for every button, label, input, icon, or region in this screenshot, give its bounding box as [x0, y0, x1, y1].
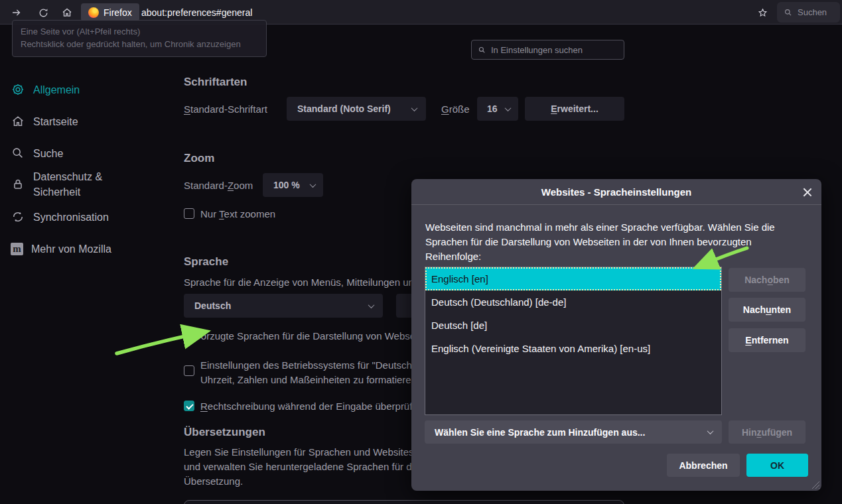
move-down-button[interactable]: Nach unten	[729, 298, 806, 322]
cancel-button[interactable]: Abbrechen	[667, 454, 740, 477]
default-font-select[interactable]: Standard (Noto Serif)	[287, 97, 426, 121]
sidebar-item-synchronisation[interactable]: Synchronisation	[0, 208, 166, 226]
website-language-settings-dialog: Websites - Spracheinstellungen Webseiten…	[411, 179, 821, 491]
identity-chip-label: Firefox	[104, 7, 132, 18]
translations-panel-partial	[184, 500, 624, 504]
dialog-title: Websites - Spracheinstellungen	[541, 186, 691, 198]
text-only-zoom-checkbox[interactable]	[184, 208, 194, 219]
sidebar-item-startseite[interactable]: Startseite	[0, 112, 166, 131]
settings-search-box[interactable]	[471, 40, 624, 60]
sidebar-item-suche[interactable]: Suche	[0, 144, 166, 162]
ui-language-value: Deutsch	[194, 300, 231, 311]
chevron-down-icon	[310, 181, 316, 188]
default-font-label: Standard-Schriftart	[184, 103, 267, 115]
fonts-advanced-button[interactable]: Erweitert...	[525, 97, 624, 121]
ui-language-select[interactable]: Deutsch	[184, 294, 383, 318]
tooltip-line-1: Eine Seite vor (Alt+Pfeil rechts)	[21, 25, 258, 38]
font-size-select[interactable]: 16	[477, 97, 518, 121]
toolbar-search-input[interactable]	[798, 7, 834, 17]
search-icon	[784, 8, 793, 17]
ok-button[interactable]: OK	[746, 454, 808, 477]
search-icon	[478, 46, 486, 54]
language-heading: Sprache	[184, 255, 228, 269]
spellcheck-label: Rechtschreibung während der Eingabe über…	[200, 401, 423, 412]
close-icon[interactable]	[802, 187, 813, 198]
reload-icon	[38, 7, 49, 19]
add-language-placeholder: Wählen Sie eine Sprache zum Hinzufügen a…	[435, 427, 645, 438]
lock-icon	[11, 177, 25, 192]
sidebar-item-allgemein[interactable]: Allgemein	[0, 80, 166, 99]
text-only-zoom-label: Nur Text zoomen	[200, 208, 275, 220]
toolbar-search-box[interactable]	[777, 2, 840, 23]
chevron-down-icon	[368, 302, 375, 308]
language-list[interactable]: Englisch [en]Deutsch (Deutschland) [de-d…	[425, 267, 722, 415]
dialog-resize-grip[interactable]	[811, 480, 819, 489]
chevron-down-icon	[707, 428, 714, 434]
tooltip-line-2: Rechtsklick oder gedrückt halten, um Chr…	[21, 38, 258, 50]
home-icon	[11, 114, 25, 129]
zoom-heading: Zoom	[184, 152, 214, 165]
translations-description: Legen Sie Einstellungen für Sprachen und…	[184, 445, 433, 489]
move-up-button[interactable]: Nach oben	[729, 268, 806, 292]
language-list-item[interactable]: Englisch [en]	[425, 267, 721, 290]
chevron-down-icon	[505, 105, 512, 111]
default-zoom-select[interactable]: 100 %	[263, 173, 323, 197]
forward-icon	[11, 7, 23, 19]
language-list-item[interactable]: Englisch (Vereinigte Staaten von Amerika…	[425, 337, 721, 360]
language-list-item[interactable]: Deutsch (Deutschland) [de-de]	[425, 290, 721, 314]
chevron-down-icon	[411, 105, 418, 111]
font-size-value: 16	[487, 103, 498, 114]
reload-button[interactable]	[35, 4, 52, 21]
default-font-value: Standard (Noto Serif)	[297, 103, 391, 114]
search-icon	[11, 146, 25, 160]
forward-button[interactable]	[8, 4, 25, 21]
gear-icon	[11, 82, 25, 97]
home-icon	[61, 7, 73, 19]
add-button[interactable]: Hinzufügen	[729, 420, 806, 444]
sidebar-item-label: Allgemein	[33, 82, 149, 97]
home-button[interactable]	[58, 4, 76, 21]
dialog-description: Webseiten sind manchmal in mehr als eine…	[425, 220, 794, 264]
star-icon	[757, 7, 768, 19]
sidebar-item-label: Mehr von Mozilla	[31, 241, 147, 257]
sidebar-item-label: Datenschutz & Sicherheit	[33, 169, 149, 200]
remove-button[interactable]: Entfernen	[729, 328, 806, 352]
os-format-checkbox[interactable]	[184, 365, 194, 376]
font-size-label: Größe	[441, 103, 470, 115]
translations-heading: Übersetzungen	[184, 426, 265, 439]
dialog-header: Websites - Spracheinstellungen	[411, 179, 821, 205]
mozilla-m-icon	[11, 243, 23, 255]
add-language-select[interactable]: Wählen Sie eine Sprache zum Hinzufügen a…	[425, 420, 722, 444]
settings-search-input[interactable]	[491, 45, 614, 55]
spellcheck-checkbox[interactable]	[184, 401, 194, 411]
sidebar-item-datenschutz[interactable]: Datenschutz & Sicherheit	[0, 169, 166, 200]
bookmark-star-button[interactable]	[754, 4, 771, 21]
fonts-heading: Schriftarten	[184, 76, 247, 89]
sidebar-item-label: Suche	[33, 146, 149, 161]
default-zoom-value: 100 %	[273, 180, 300, 190]
language-list-item[interactable]: Deutsch [de]	[425, 314, 721, 337]
default-zoom-label: Standard-Zoom	[184, 180, 253, 191]
firefox-logo-icon	[88, 7, 99, 18]
sidebar-item-mehr-von-mozilla[interactable]: Mehr von Mozilla	[0, 239, 166, 258]
sidebar-item-label: Synchronisation	[33, 210, 149, 225]
urlbar-identity-chip[interactable]: Firefox	[81, 3, 139, 21]
sidebar-item-label: Startseite	[33, 114, 149, 129]
forward-button-tooltip: Eine Seite vor (Alt+Pfeil rechts) Rechts…	[12, 20, 267, 57]
sync-icon	[11, 210, 25, 224]
